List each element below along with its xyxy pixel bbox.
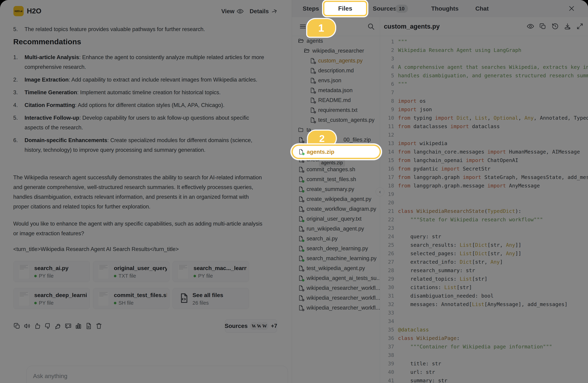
step-badge-1: 1 [307,19,335,37]
file-icon [298,149,304,155]
tutorial-dim-overlay [0,0,588,383]
file-name: agents.zip [307,149,334,155]
highlighted-file-agents-zip[interactable]: agents.zip [293,146,380,158]
app-window: H2O.ai H2O View Details 5. The related t… [0,0,588,383]
step-badge-2: 2 [308,131,336,146]
tab-files[interactable]: Files [323,1,367,16]
git-status-dot [302,153,305,155]
